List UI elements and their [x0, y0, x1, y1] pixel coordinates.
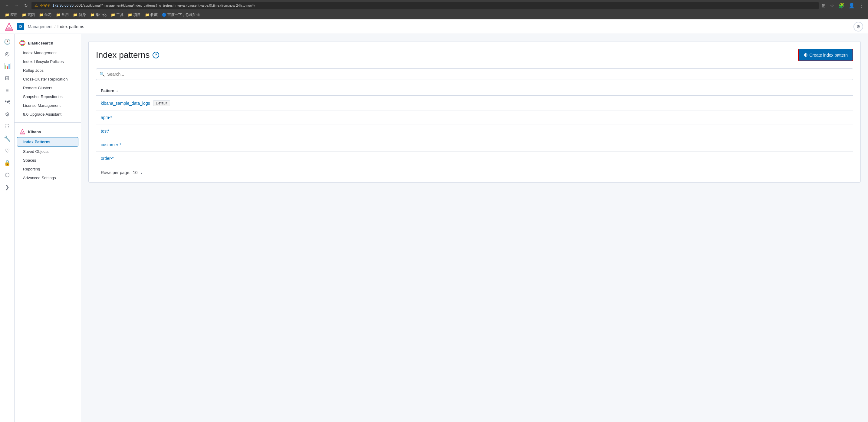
bookmark-focus[interactable]: 📁 集中化: [88, 12, 108, 18]
bookmark-study[interactable]: 📁 学习: [37, 12, 54, 18]
security-warning: ⚠: [34, 3, 38, 7]
sidebar-item-index-patterns[interactable]: Index Patterns: [17, 137, 79, 147]
settings-circle-icon[interactable]: ⚙: [854, 22, 863, 31]
profile-icon[interactable]: 👤: [847, 3, 856, 8]
table-header: Pattern ↓: [96, 86, 853, 96]
nav-icon-clock[interactable]: 🕐: [2, 36, 13, 47]
pattern-link-1[interactable]: apm-*: [101, 115, 112, 120]
kibana-logo: [5, 22, 13, 31]
sidebar-item-advanced-settings[interactable]: Advanced Settings: [14, 174, 81, 182]
help-icon[interactable]: ?: [153, 52, 159, 58]
nav-icon-devtools[interactable]: 🔧: [2, 133, 13, 144]
nav-icon-monitoring[interactable]: ♡: [2, 145, 13, 156]
pattern-link-4[interactable]: order-*: [101, 156, 114, 161]
sidebar-item-index-management[interactable]: Index Management: [14, 49, 81, 57]
page-header: Index patterns ? ⊕ Create index pattern: [96, 49, 853, 61]
svg-point-3: [21, 40, 24, 46]
forward-button[interactable]: →: [13, 2, 21, 9]
breadcrumb: Management / Index patterns: [28, 24, 84, 29]
table-row-2[interactable]: test*: [96, 124, 853, 138]
pattern-column-header[interactable]: Pattern ↓: [101, 88, 118, 93]
page-title-row: Index patterns ?: [96, 50, 159, 60]
app-container: D Management / Index patterns ⚙ 🕐 ◎ 📊 ⊞ …: [0, 19, 868, 422]
sidebar-item-cross-cluster[interactable]: Cross-Cluster Replication: [14, 75, 81, 84]
breadcrumb-separator: /: [55, 24, 56, 29]
svg-point-4: [20, 41, 25, 44]
bookmark-common[interactable]: 📁 常用: [54, 12, 70, 18]
app-header: D Management / Index patterns ⚙: [0, 19, 868, 34]
bookmark-star-icon[interactable]: ☆: [829, 3, 835, 8]
table-row-0[interactable]: kibana_sample_data_logs Default: [96, 96, 853, 111]
bookmark-tools[interactable]: 📁 工具: [109, 12, 125, 18]
create-button-label: Create index pattern: [809, 53, 848, 58]
sidebar-item-saved-objects[interactable]: Saved Objects: [14, 147, 81, 156]
nav-icon-siem[interactable]: 🛡: [2, 121, 13, 132]
elasticsearch-section-title: Elasticsearch: [14, 37, 81, 49]
table-row-1[interactable]: apm-*: [96, 111, 853, 124]
sidebar-item-upgrade-assistant[interactable]: 8.0 Upgrade Assistant: [14, 110, 81, 119]
breadcrumb-parent[interactable]: Management: [28, 24, 53, 29]
sidebar-divider: [14, 122, 81, 123]
elasticsearch-logo-icon: [19, 40, 25, 46]
extensions-icon[interactable]: 🧩: [837, 3, 846, 8]
nav-icon-visualize[interactable]: 📊: [2, 61, 13, 71]
url-display: 172.30.66.86:5601/app/kibana#/management…: [52, 3, 254, 7]
sidebar-item-index-lifecycle[interactable]: Index Lifecycle Policies: [14, 57, 81, 66]
kibana-section-title: Kibana: [14, 126, 81, 137]
rows-per-page-label: Rows per page:: [101, 170, 130, 175]
sidebar-item-reporting[interactable]: Reporting: [14, 165, 81, 174]
space-badge[interactable]: D: [17, 23, 24, 30]
content-card: Index patterns ? ⊕ Create index pattern …: [88, 41, 861, 183]
breadcrumb-current: Index patterns: [58, 24, 85, 29]
table-row-3[interactable]: customer-*: [96, 138, 853, 152]
refresh-button[interactable]: ↻: [22, 2, 30, 9]
bookmark-apps[interactable]: 📁 应用: [3, 12, 19, 18]
bookmark-gaoyang[interactable]: 📁 高阳: [20, 12, 36, 18]
nav-icon-management[interactable]: 🔒: [2, 157, 13, 168]
pattern-link-2[interactable]: test*: [101, 129, 109, 133]
menu-icon[interactable]: ⋮: [858, 3, 865, 8]
search-magnifier-icon: 🔍: [100, 72, 105, 77]
nav-icon-maps[interactable]: 🗺: [2, 97, 13, 108]
sidebar-item-rollup-jobs[interactable]: Rollup Jobs: [14, 66, 81, 75]
main-layout: 🕐 ◎ 📊 ⊞ ≡ 🗺 ⚙ 🛡 🔧 ♡ 🔒 ⬡ ❯ Elastic: [0, 34, 868, 422]
search-input[interactable]: [96, 68, 853, 80]
rows-per-page[interactable]: Rows per page: 10 ∨: [96, 165, 853, 175]
icon-nav: 🕐 ◎ 📊 ⊞ ≡ 🗺 ⚙ 🛡 🔧 ♡ 🔒 ⬡ ❯: [0, 34, 14, 422]
bookmark-fitness[interactable]: 📁 健身: [71, 12, 88, 18]
content-area: Index patterns ? ⊕ Create index pattern …: [81, 34, 868, 422]
sidebar-item-license-management[interactable]: License Management: [14, 101, 81, 110]
nav-icon-ml[interactable]: ⚙: [2, 109, 13, 120]
pattern-link-0[interactable]: kibana_sample_data_logs: [101, 101, 150, 106]
kibana-logo-icon: [19, 129, 25, 135]
bookmarks-bar: 📁 应用 📁 高阳 📁 学习 📁 常用 📁 健身 📁 集中化 📁 工具 📁 项目…: [0, 11, 868, 19]
url-warning-text: 不安全: [40, 3, 51, 8]
back-button[interactable]: ←: [3, 2, 11, 9]
sidebar-item-snapshot-repos[interactable]: Snapshot Repositories: [14, 92, 81, 101]
bookmark-baidu[interactable]: 🔵 百度一下，你就知道: [160, 12, 202, 18]
pattern-link-3[interactable]: customer-*: [101, 142, 121, 147]
svg-point-2: [20, 40, 25, 46]
bookmark-projects[interactable]: 📁 项目: [126, 12, 142, 18]
rows-per-page-value: 10: [133, 170, 138, 175]
nav-icon-dashboard[interactable]: ⊞: [2, 73, 13, 84]
default-badge-0: Default: [153, 100, 170, 106]
create-icon: ⊕: [804, 52, 807, 58]
sidebar-item-remote-clusters[interactable]: Remote Clusters: [14, 84, 81, 92]
translate-icon[interactable]: ⊞: [820, 3, 827, 8]
search-container: 🔍: [96, 68, 853, 80]
nav-icon-stack[interactable]: ❯: [2, 182, 13, 192]
sort-down-icon: ↓: [116, 89, 118, 93]
bookmark-favorites[interactable]: 📁 收藏: [143, 12, 159, 18]
create-index-pattern-button[interactable]: ⊕ Create index pattern: [798, 49, 853, 61]
nav-icon-gear[interactable]: ⬡: [2, 170, 13, 180]
rows-per-page-chevron-icon: ∨: [140, 171, 143, 175]
nav-icon-canvas[interactable]: ≡: [2, 85, 13, 96]
sidebar-item-spaces[interactable]: Spaces: [14, 156, 81, 165]
sidebar: Elasticsearch Index Management Index Lif…: [14, 34, 81, 422]
page-title: Index patterns: [96, 50, 150, 60]
table-row-4[interactable]: order-*: [96, 152, 853, 165]
nav-icon-discover[interactable]: ◎: [2, 49, 13, 59]
browser-chrome: ← → ↻ ⚠ 不安全 172.30.66.86:5601/app/kibana…: [0, 0, 868, 11]
